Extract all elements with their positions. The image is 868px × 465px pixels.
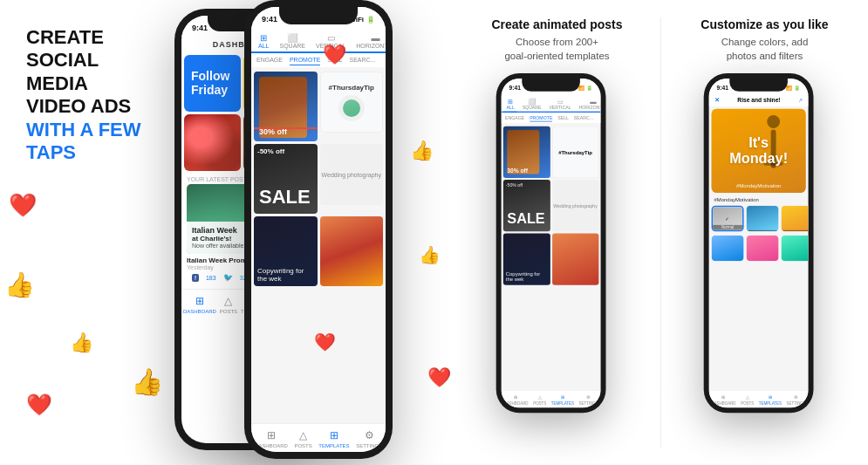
phone2-top-tabs: ⊞ ALL ⬜ SQUARE ▭ VERTICAL ▬ bbox=[251, 28, 386, 53]
phone2-mockup: 9:41 ▲▼ WiFi 🔋 ⊞ ALL bbox=[244, 0, 393, 459]
template-laptop[interactable]: Copywriting for the wek bbox=[254, 216, 318, 286]
tab2-templates[interactable]: ⊞ TEMPLATES bbox=[318, 429, 349, 448]
feature-panel-customize: Customize as you like Change colors, add… bbox=[661, 0, 868, 465]
thumb-float-mid: 👍 bbox=[410, 140, 434, 162]
hero-section: CREATE SOCIAL MEDIA VIDEO ADS WITH A FEW… bbox=[0, 0, 174, 465]
feature2-title: Customize as you like bbox=[701, 17, 828, 31]
feature2-phone: 9:41 ▲▼📶🔋 ✕ Rise and shine! ↗ bbox=[703, 73, 826, 322]
filter-sky[interactable] bbox=[711, 236, 743, 262]
template-thursday[interactable]: #ThursdayTip bbox=[320, 72, 384, 133]
feature-panel-animated: Create animated posts Choose from 200+go… bbox=[454, 0, 660, 465]
filter-row: ✓ Normal bbox=[708, 204, 808, 234]
hero-title: CREATE SOCIAL MEDIA VIDEO ADS WITH A FEW… bbox=[26, 26, 157, 164]
phone2-mid-tabs: ENGAGE PROMOTE SELL SEARC... bbox=[251, 53, 386, 67]
filter-ocean[interactable] bbox=[746, 206, 778, 232]
template-food[interactable] bbox=[320, 216, 384, 286]
tab-dashboard[interactable]: ⊞ DASHBOARD bbox=[183, 295, 216, 314]
phone2-tab-bar: ⊞ DASHBOARD △ POSTS ⊞ TEMPLATES ⚙ bbox=[251, 423, 386, 452]
heart-icon-left2: ❤️ bbox=[26, 393, 52, 417]
tab2-posts[interactable]: △ POSTS bbox=[294, 429, 311, 448]
monday-card: It'sMonday! #MondayMotivation bbox=[711, 109, 805, 193]
thumb-icon-left2: 👍 bbox=[70, 332, 93, 354]
template-wedding[interactable]: Wedding photography bbox=[320, 144, 384, 205]
tab-horizontal[interactable]: ▬ HORIZONTAL bbox=[352, 31, 386, 51]
template-50off[interactable]: -50% off SALE bbox=[254, 144, 318, 214]
tab2-settings[interactable]: ⚙ SETTINGS bbox=[356, 429, 382, 448]
heart-float-top: ❤️ bbox=[323, 44, 346, 66]
app-container: CREATE SOCIAL MEDIA VIDEO ADS WITH A FEW… bbox=[0, 0, 868, 465]
heart-float-right: ❤️ bbox=[427, 366, 451, 389]
tab-search[interactable]: SEARC... bbox=[349, 55, 375, 65]
follow-friday-card: FollowFriday bbox=[184, 55, 241, 112]
feature1-phone: 9:41 ▲▼📶🔋 ⊞ALL ⬜SQUARE bbox=[496, 73, 619, 322]
phone2-template-grid: 30% off #ThursdayTip -50% off bbox=[251, 69, 386, 289]
tab-all[interactable]: ⊞ ALL bbox=[255, 31, 272, 53]
thumb-icon-left1: 👍 bbox=[4, 270, 35, 299]
feature1-title: Create animated posts bbox=[491, 17, 622, 31]
filter-warm[interactable] bbox=[781, 206, 808, 232]
tab-posts[interactable]: △ POSTS bbox=[220, 295, 237, 314]
heart-float-bot: ❤️ bbox=[314, 332, 336, 352]
food-card1 bbox=[184, 114, 241, 171]
thumb-float-bot: 👍 bbox=[419, 244, 441, 265]
feature2-subtitle: Change colors, addphotos and filters bbox=[721, 35, 809, 63]
thumb-icon-left3: 👍 bbox=[131, 366, 163, 397]
filter-green[interactable] bbox=[781, 236, 808, 262]
phones-container: ❤️ 👍 👍 ❤️ ❤️ 9:41 ▲▼ WiFi 🔋 bbox=[174, 0, 454, 465]
tab2-dashboard[interactable]: ⊞ DASHBOARD bbox=[255, 429, 288, 448]
tab-square[interactable]: ⬜ SQUARE bbox=[276, 31, 309, 51]
template-30off[interactable]: 30% off bbox=[254, 72, 318, 141]
filter-row-2 bbox=[708, 234, 808, 263]
tab-promote[interactable]: PROMOTE bbox=[290, 55, 320, 65]
filter-normal[interactable]: ✓ Normal bbox=[711, 206, 743, 232]
tab-engage[interactable]: ENGAGE bbox=[256, 55, 283, 65]
feature1-subtitle: Choose from 200+goal-oriented templates bbox=[504, 35, 609, 63]
right-panels: Create animated posts Choose from 200+go… bbox=[454, 0, 868, 465]
heart-icon-left1: ❤️ bbox=[9, 192, 37, 219]
filter-sunset[interactable] bbox=[746, 236, 778, 262]
